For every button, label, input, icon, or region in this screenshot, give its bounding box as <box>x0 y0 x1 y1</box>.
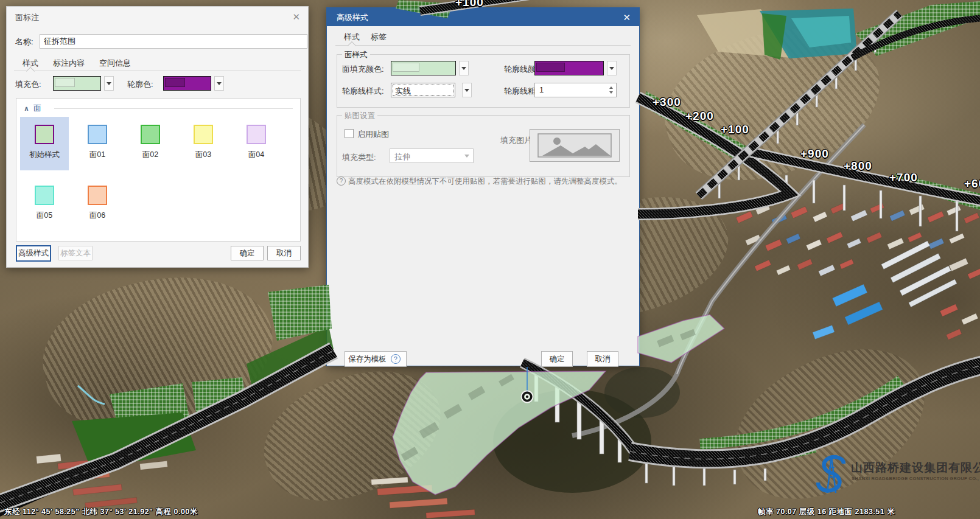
warehouse-buildings <box>813 241 957 340</box>
company-name-cn: 山西路桥建设集团有限公司 <box>851 460 980 476</box>
company-logo-icon <box>808 453 851 501</box>
elevation-label: +700 <box>889 171 918 184</box>
elevation-label: +300 <box>653 96 681 109</box>
elevation-label: +100 <box>721 123 749 136</box>
map-overlay <box>0 0 980 519</box>
elevation-label: +100 <box>455 0 484 9</box>
company-name-en: SHANXI ROAD&BRIDGE CONSTRUCTION GROUP CO… <box>852 476 980 481</box>
elevation-label: +800 <box>844 159 872 173</box>
elevation-label: +900 <box>800 147 829 161</box>
company-watermark: 山西路桥建设集团有限公司 SHANXI ROAD&BRIDGE CONSTRUC… <box>808 453 980 504</box>
status-performance: 帧率 70.07 层级 16 距地面 2183.51 米 <box>758 507 895 517</box>
elevation-label: +600 <box>964 177 980 190</box>
status-coordinates: 东经 112° 45' 58.25" 北纬 37° 53' 21.92" 高程 … <box>4 507 198 517</box>
elevation-label: +200 <box>685 110 714 123</box>
app-root: { "map": { "elevation_labels": [ {"text"… <box>0 0 980 519</box>
